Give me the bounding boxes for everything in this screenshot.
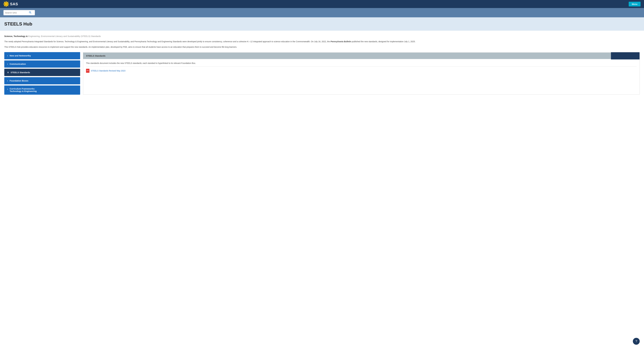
right-panel-header-title: STEELS Standards xyxy=(83,53,611,59)
logo-area: SAS xyxy=(4,1,18,7)
intro-para-1: The newly adopted Pennsylvania Integrate… xyxy=(4,40,640,43)
svg-point-9 xyxy=(5,3,8,5)
right-panel-header-dark-accent xyxy=(611,52,640,60)
search-icon[interactable] xyxy=(29,11,31,14)
right-panel-header: STEELS Standards xyxy=(83,52,640,60)
chevron-down-icon: ∨ xyxy=(7,71,9,74)
accordion-label: Curriculum Frameworks:Technology & Engin… xyxy=(10,88,37,92)
accordion-item-communication[interactable]: › Communication xyxy=(4,61,80,68)
right-panel-body: This standards document includes the new… xyxy=(83,60,640,75)
search-bar xyxy=(0,8,644,17)
chevron-right-icon: › xyxy=(7,88,8,90)
chevron-right-icon: › xyxy=(7,80,8,82)
intro-italic: Pennsylvania Bulletin xyxy=(330,40,351,43)
page-title: STEELS Hub xyxy=(4,21,640,27)
accordion-item-new-noteworthy[interactable]: › New and Noteworthy xyxy=(4,52,80,59)
accordion-column: › New and Noteworthy › Communication ∨ S… xyxy=(4,52,80,95)
chevron-right-icon: › xyxy=(7,63,8,65)
search-input-wrap xyxy=(4,10,35,15)
intro-para-2: This STEELS Hub provides educators resou… xyxy=(4,45,640,49)
sas-logo-icon xyxy=(4,1,9,7)
accordion-item-curriculum-frameworks[interactable]: › Curriculum Frameworks:Technology & Eng… xyxy=(4,86,80,95)
accordion-label: STEELS Standards xyxy=(10,71,30,74)
intro-heading-gray: Engineering, Environmental Literacy and … xyxy=(28,35,101,37)
two-col-layout: › New and Noteworthy › Communication ∨ S… xyxy=(4,52,640,95)
accordion-item-foundation-boxes[interactable]: › Foundation Boxes xyxy=(4,77,80,84)
content-area: Science, Technology & Engineering, Envir… xyxy=(0,31,644,98)
intro-heading: Science, Technology & Engineering, Envir… xyxy=(4,35,640,37)
pdf-link-label: STEELS Standards Revised May 2023 xyxy=(91,70,125,72)
svg-line-11 xyxy=(30,13,31,13)
pdf-icon xyxy=(86,69,90,73)
menu-button[interactable]: Menu xyxy=(629,2,640,7)
top-nav: SAS Menu xyxy=(0,0,644,8)
accordion-label: Foundation Boxes xyxy=(10,80,28,82)
steels-standards-pdf-link[interactable]: STEELS Standards Revised May 2023 xyxy=(86,69,637,73)
accordion-label: New and Noteworthy xyxy=(10,55,31,57)
right-panel: STEELS Standards This standards document… xyxy=(83,52,640,95)
intro-heading-bold: Science, Technology & xyxy=(4,35,28,37)
logo-text: SAS xyxy=(10,2,18,6)
page-title-bar: STEELS Hub xyxy=(0,17,644,31)
accordion-label: Communication xyxy=(10,63,26,65)
chevron-right-icon: › xyxy=(7,55,8,57)
right-panel-description: This standards document includes the new… xyxy=(86,62,637,67)
search-input[interactable] xyxy=(5,12,28,14)
accordion-item-steels-standards[interactable]: ∨ STEELS Standards xyxy=(4,69,80,76)
